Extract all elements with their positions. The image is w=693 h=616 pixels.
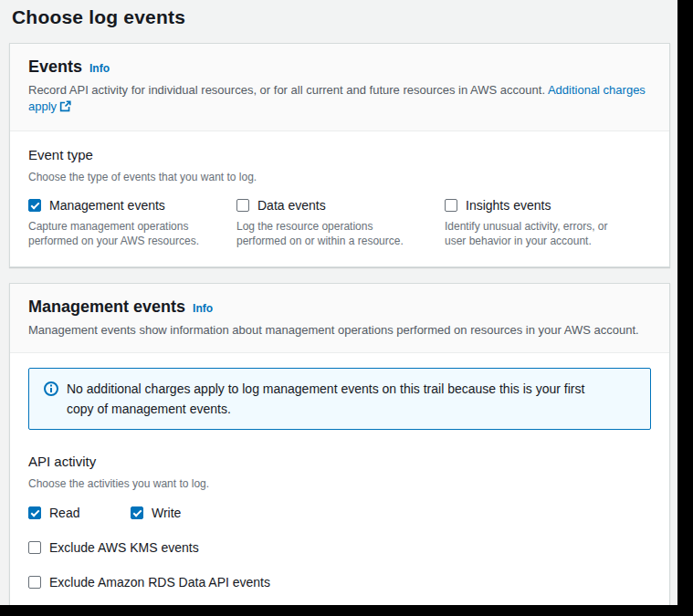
insights-events-checkbox-label[interactable]: Insights events xyxy=(466,198,551,213)
exclude-rds-option: Exclude Amazon RDS Data API events xyxy=(28,575,651,590)
management-events-panel: Management events Info Management events… xyxy=(9,283,670,605)
read-checkbox[interactable] xyxy=(28,506,41,519)
events-panel-body: Event type Choose the type of events tha… xyxy=(10,131,669,266)
api-activity-description: Choose the activities you want to log. xyxy=(28,476,651,491)
management-info-link[interactable]: Info xyxy=(193,302,213,315)
exclude-kms-checkbox[interactable] xyxy=(28,541,41,554)
exclude-rds-checkbox-label[interactable]: Exclude Amazon RDS Data API events xyxy=(49,575,270,590)
events-panel-title: Events xyxy=(28,57,82,77)
api-activity-label: API activity xyxy=(28,453,651,471)
event-type-option-data: Data events Log the resource operations … xyxy=(236,198,445,248)
write-option: Write xyxy=(131,506,181,520)
read-option: Read xyxy=(28,506,131,520)
read-checkbox-label[interactable]: Read xyxy=(49,506,79,520)
management-events-description: Capture management operations performed … xyxy=(28,219,215,248)
management-panel-description: Management events show information about… xyxy=(28,322,651,339)
management-events-checkbox[interactable] xyxy=(28,199,41,212)
events-info-link[interactable]: Info xyxy=(89,62,110,75)
no-charges-info-alert: No additional charges apply to log manag… xyxy=(28,368,651,430)
external-link-icon xyxy=(59,100,71,117)
exclude-kms-checkbox-label[interactable]: Exclude AWS KMS events xyxy=(49,540,199,555)
management-panel-header: Management events Info Management events… xyxy=(10,284,669,353)
management-events-checkbox-label[interactable]: Management events xyxy=(49,198,165,213)
data-events-description: Log the resource operations performed on… xyxy=(236,219,424,248)
write-checkbox-label[interactable]: Write xyxy=(152,506,181,520)
insights-events-checkbox[interactable] xyxy=(445,199,457,212)
write-checkbox[interactable] xyxy=(131,506,143,519)
exclude-rds-checkbox[interactable] xyxy=(28,576,41,589)
api-activity-options: Read Write xyxy=(28,506,651,520)
events-panel: Events Info Record API activity for indi… xyxy=(9,43,670,267)
event-type-options: Management events Capture management ope… xyxy=(28,198,651,248)
data-events-checkbox[interactable] xyxy=(236,199,249,212)
page: Choose log events Events Info Record API… xyxy=(0,0,677,605)
exclude-kms-option: Exclude AWS KMS events xyxy=(28,540,651,555)
page-title: Choose log events xyxy=(0,0,677,28)
management-panel-title: Management events xyxy=(28,298,185,317)
info-circle-icon xyxy=(44,381,58,400)
alert-message: No additional charges apply to log manag… xyxy=(67,379,614,419)
events-panel-description: Record API activity for individual resou… xyxy=(28,82,651,117)
event-type-label: Event type xyxy=(28,146,651,164)
data-events-checkbox-label[interactable]: Data events xyxy=(257,198,326,213)
event-type-description: Choose the type of events that you want … xyxy=(28,170,651,184)
events-panel-header: Events Info Record API activity for indi… xyxy=(10,44,669,131)
insights-events-description: Identify unusual activity, errors, or us… xyxy=(445,219,632,248)
event-type-option-insights: Insights events Identify unusual activit… xyxy=(445,198,653,248)
event-type-option-management: Management events Capture management ope… xyxy=(28,198,236,248)
management-panel-body: No additional charges apply to log manag… xyxy=(10,353,669,605)
